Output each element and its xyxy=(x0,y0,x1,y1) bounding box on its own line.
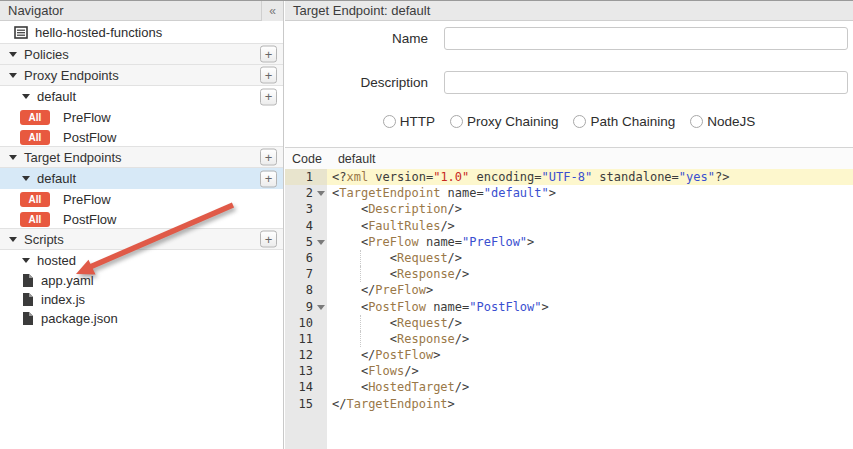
nav-file-package-json[interactable]: package.json xyxy=(0,309,283,328)
code-token: /> xyxy=(448,202,462,216)
nav-section-policies[interactable]: Policies+ xyxy=(0,43,283,65)
line-number[interactable]: 13 xyxy=(285,363,327,379)
code-token: encoding= xyxy=(469,170,541,184)
nav-section-target-endpoints[interactable]: Target Endpoints+ xyxy=(0,146,283,168)
add-button[interactable]: + xyxy=(260,149,277,166)
code-token: < xyxy=(332,332,397,346)
code-line-3[interactable]: <Description/> xyxy=(327,201,853,217)
bundle-list-icon xyxy=(14,26,28,39)
description-input[interactable] xyxy=(444,71,848,94)
code-token: > xyxy=(542,300,549,314)
flow-condition-badge: All xyxy=(20,192,50,207)
line-number[interactable]: 14 xyxy=(285,379,327,395)
nav-item-label: index.js xyxy=(41,292,85,307)
nav-flow-postflow[interactable]: AllPostFlow xyxy=(0,209,283,229)
nav-folder-hosted[interactable]: hosted xyxy=(0,250,283,271)
expand-triangle-icon[interactable] xyxy=(22,94,30,99)
editor-content[interactable]: <?xml version="1.0" encoding="UTF-8" sta… xyxy=(327,169,853,449)
line-number[interactable]: 9 xyxy=(285,299,327,315)
nav-endpoint-default[interactable]: default+ xyxy=(0,168,283,189)
code-line-9[interactable]: <PostFlow name="PostFlow"> xyxy=(327,299,853,315)
fold-arrow-icon[interactable] xyxy=(317,305,325,310)
nav-flow-postflow[interactable]: AllPostFlow xyxy=(0,127,283,147)
line-number[interactable]: 2 xyxy=(285,185,327,201)
line-number[interactable]: 12 xyxy=(285,347,327,363)
code-token: > xyxy=(527,235,534,249)
nav-item-bundle[interactable]: hello-hosted-functions xyxy=(0,21,283,44)
code-line-4[interactable]: <FaultRules/> xyxy=(327,218,853,234)
navigator-title: Navigator xyxy=(0,3,261,18)
code-line-8[interactable]: </PreFlow> xyxy=(327,282,853,298)
fold-arrow-icon[interactable] xyxy=(317,191,325,196)
code-line-14[interactable]: <HostedTarget/> xyxy=(327,379,853,395)
code-line-2[interactable]: <TargetEndpoint name="default"> xyxy=(327,185,853,201)
radio-proxy-chaining[interactable]: Proxy Chaining xyxy=(450,114,559,129)
code-token: < xyxy=(332,251,397,265)
code-line-7[interactable]: <Response/> xyxy=(327,266,853,282)
nav-item-label: PostFlow xyxy=(63,130,116,145)
line-number[interactable]: 8 xyxy=(285,282,327,298)
radio-circle-icon[interactable] xyxy=(690,115,703,128)
code-token: < xyxy=(332,202,368,216)
expand-triangle-icon[interactable] xyxy=(22,258,30,263)
code-token: /> xyxy=(455,267,469,281)
code-token: PostFlow xyxy=(375,348,433,362)
code-token: /> xyxy=(404,364,418,378)
expand-triangle-icon[interactable] xyxy=(9,237,17,242)
code-token: name= xyxy=(419,235,462,249)
code-token: Response xyxy=(397,332,455,346)
line-number[interactable]: 4 xyxy=(285,218,327,234)
file-icon xyxy=(22,312,33,325)
expand-triangle-icon[interactable] xyxy=(9,155,17,160)
line-number[interactable]: 3 xyxy=(285,201,327,217)
code-line-15[interactable]: </TargetEndpoint> xyxy=(327,396,853,412)
radio-http[interactable]: HTTP xyxy=(383,114,435,129)
line-number[interactable]: 15 xyxy=(285,396,327,412)
nav-file-app-yaml[interactable]: app.yaml xyxy=(0,271,283,290)
add-button[interactable]: + xyxy=(260,67,277,84)
collapse-panel-button[interactable]: « xyxy=(261,1,283,21)
add-button[interactable]: + xyxy=(260,170,277,187)
fold-arrow-icon[interactable] xyxy=(317,240,325,245)
radio-path-chaining[interactable]: Path Chaining xyxy=(573,114,675,129)
expand-triangle-icon[interactable] xyxy=(9,73,17,78)
line-number[interactable]: 6 xyxy=(285,250,327,266)
line-number[interactable]: 10 xyxy=(285,315,327,331)
nav-flow-preflow[interactable]: AllPreFlow xyxy=(0,107,283,127)
add-button[interactable]: + xyxy=(260,231,277,248)
add-button[interactable]: + xyxy=(260,88,277,105)
add-button[interactable]: + xyxy=(260,46,277,63)
code-line-12[interactable]: </PostFlow> xyxy=(327,347,853,363)
line-number[interactable]: 7 xyxy=(285,266,327,282)
nav-endpoint-default[interactable]: default+ xyxy=(0,86,283,107)
name-label: Name xyxy=(285,31,428,46)
code-token: > xyxy=(448,397,455,411)
endpoint-type-radios: HTTPProxy ChainingPath ChainingNodeJS xyxy=(285,114,853,129)
indent-guide xyxy=(360,331,361,347)
nav-flow-preflow[interactable]: AllPreFlow xyxy=(0,189,283,209)
nav-section-proxy-endpoints[interactable]: Proxy Endpoints+ xyxy=(0,64,283,86)
code-token: "PostFlow" xyxy=(469,300,541,314)
radio-nodejs[interactable]: NodeJS xyxy=(690,114,755,129)
code-line-10[interactable]: <Request/> xyxy=(327,315,853,331)
radio-circle-icon[interactable] xyxy=(383,115,396,128)
expand-triangle-icon[interactable] xyxy=(22,176,30,181)
code-token: "PreFlow" xyxy=(462,235,527,249)
line-number[interactable]: 1 xyxy=(285,169,327,185)
radio-circle-icon[interactable] xyxy=(450,115,463,128)
nav-file-index-js[interactable]: index.js xyxy=(0,290,283,309)
line-number[interactable]: 11 xyxy=(285,331,327,347)
nav-section-scripts[interactable]: Scripts+ xyxy=(0,228,283,250)
code-line-13[interactable]: <Flows/> xyxy=(327,363,853,379)
line-number[interactable]: 5 xyxy=(285,234,327,250)
code-line-1[interactable]: <?xml version="1.0" encoding="UTF-8" sta… xyxy=(327,169,853,185)
name-input[interactable] xyxy=(444,27,848,50)
code-token: Flows xyxy=(368,364,404,378)
radio-circle-icon[interactable] xyxy=(573,115,586,128)
code-line-6[interactable]: <Request/> xyxy=(327,250,853,266)
code-token: < xyxy=(332,364,368,378)
code-line-5[interactable]: <PreFlow name="PreFlow"> xyxy=(327,234,853,250)
code-editor[interactable]: 123456789101112131415 <?xml version="1.0… xyxy=(285,169,853,449)
code-line-11[interactable]: <Response/> xyxy=(327,331,853,347)
expand-triangle-icon[interactable] xyxy=(9,52,17,57)
